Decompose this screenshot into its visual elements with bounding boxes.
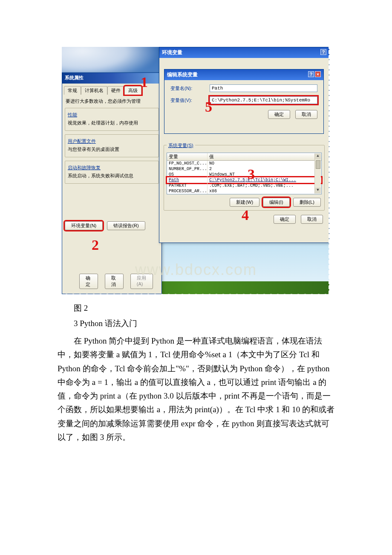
cancel-button[interactable]: 取消	[105, 274, 124, 289]
cancel-button[interactable]: 取消	[301, 215, 323, 224]
list-item[interactable]: NUMBER_OF_PR...2	[167, 166, 321, 172]
body-paragraph: 在 Python 简介中提到 Python 是一种直译式电脑编程语言，体现在语法…	[58, 334, 334, 444]
list-item[interactable]: FP_NO_HOST_C...NO	[167, 161, 321, 166]
user-profile-group: 用户配置文件 与您登录有关的桌面设置	[65, 134, 159, 157]
chevron-up-icon[interactable]: ▲	[315, 153, 321, 159]
chevron-down-icon[interactable]: ▼	[315, 188, 321, 194]
performance-legend: 性能	[68, 112, 77, 117]
tab-computer-name[interactable]: 计算机名	[81, 86, 107, 95]
figure-caption: 图 2	[58, 303, 334, 314]
list-item[interactable]: PATHEXT.COM;.EXE;.BAT;.CMD;.VBS;.VBE;...	[167, 183, 321, 188]
error-report-button[interactable]: 错误报告(R)	[107, 221, 145, 230]
system-properties-window: 系统属性 常规 计算机名 硬件 高级 要进行大多数改动，您必须作为管理 性能 视…	[62, 72, 162, 294]
system-variables-group: 系统变量(S) 变量 值 FP_NO_HOST_C...NO NUMBER_OF…	[164, 145, 325, 211]
tab-general[interactable]: 常规	[64, 86, 81, 95]
window-title: 编辑系统变量 × ?	[164, 69, 323, 80]
performance-group: 性能 视觉效果，处理器计划，内存使用	[65, 108, 159, 131]
startup-recovery-group: 启动和故障恢复 系统启动，系统失败和调试信息	[65, 161, 159, 184]
close-icon[interactable]: ×	[315, 71, 321, 77]
startup-recovery-text: 系统启动，系统失败和调试信息	[68, 173, 156, 179]
variable-name-label: 变量名(N):	[170, 85, 210, 92]
torn-edge-right	[323, 47, 330, 294]
window-title: 环境变量 ?	[159, 47, 329, 58]
performance-text: 视觉效果，处理器计划，内存使用	[68, 120, 156, 126]
ok-button[interactable]: 确定	[274, 215, 296, 224]
screenshot-figure: 系统属性 常规 计算机名 硬件 高级 要进行大多数改动，您必须作为管理 性能 视…	[62, 47, 330, 294]
list-item-path[interactable]: PathC:\Python2.7.5;E:\Tcl\bin;C:\WI...	[167, 177, 321, 183]
cancel-button[interactable]: 取消	[295, 110, 317, 119]
ok-button[interactable]: 确定	[79, 274, 98, 289]
tab-advanced[interactable]: 高级	[124, 86, 141, 95]
title-text: 编辑系统变量	[167, 72, 198, 78]
scrollbar[interactable]: ▲ ▼	[314, 153, 321, 194]
column-header-variable: 变量	[167, 153, 208, 160]
list-item[interactable]: PROCESSOR_AR...x86	[167, 188, 321, 194]
startup-recovery-legend: 启动和故障恢复	[68, 165, 101, 170]
user-profile-legend: 用户配置文件	[68, 139, 96, 144]
edit-button[interactable]: 编辑(I)	[263, 198, 289, 207]
new-button[interactable]: 新建(W)	[230, 198, 259, 207]
list-item[interactable]: OSWindows_NT	[167, 172, 321, 177]
column-header-value: 值	[208, 153, 321, 160]
variable-value-label: 变量值(V):	[170, 97, 210, 104]
admin-note-text: 要进行大多数改动，您必须作为管理	[66, 98, 158, 104]
env-variables-button[interactable]: 环境变量(N)	[65, 221, 103, 230]
variable-name-input[interactable]	[210, 84, 317, 92]
user-profile-text: 与您登录有关的桌面设置	[68, 146, 156, 153]
tab-bar: 常规 计算机名 硬件 高级	[64, 86, 160, 95]
tab-hardware[interactable]: 硬件	[107, 86, 124, 95]
variable-value-input[interactable]	[210, 96, 317, 104]
edit-system-variable-dialog: 编辑系统变量 × ? 变量名(N): 变量值(V): 确定 取消	[164, 69, 324, 134]
system-variables-legend: 系统变量(S)	[167, 142, 195, 149]
system-variables-list[interactable]: 变量 值 FP_NO_HOST_C...NO NUMBER_OF_PR...2 …	[167, 153, 322, 194]
scrollbar-thumb[interactable]	[316, 160, 320, 169]
section-title: 3 Python 语法入门	[58, 318, 334, 329]
title-text: 环境变量	[162, 49, 182, 55]
torn-edge-bottom	[62, 287, 330, 294]
delete-button[interactable]: 删除(L)	[293, 198, 321, 207]
apply-button[interactable]: 应用(A)	[130, 274, 153, 289]
window-title: 系统属性	[62, 73, 161, 84]
ok-button[interactable]: 确定	[268, 110, 290, 119]
help-icon[interactable]: ?	[308, 71, 314, 77]
